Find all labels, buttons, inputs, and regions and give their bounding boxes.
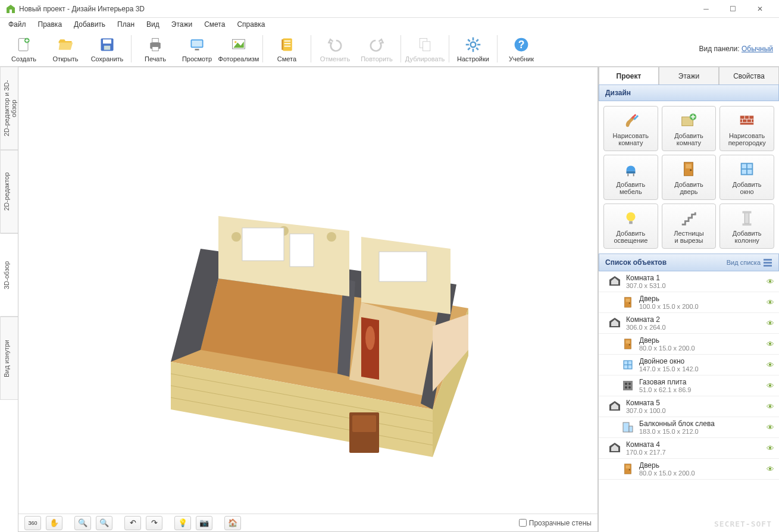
open-button[interactable]: Открыть xyxy=(48,35,83,62)
photo-icon xyxy=(230,35,247,54)
stairs-button[interactable]: Лестницыи вырезы xyxy=(662,204,717,249)
add-room-button[interactable]: Добавитькомнату xyxy=(662,106,717,151)
svg-point-103 xyxy=(628,386,631,389)
print-button[interactable]: Печать xyxy=(137,35,173,62)
menu-plan[interactable]: План xyxy=(112,19,139,30)
list-view-mode-link[interactable]: Вид списка xyxy=(727,259,761,266)
svg-rect-51 xyxy=(379,252,427,281)
menu-floors[interactable]: Этажи xyxy=(167,19,197,30)
visibility-eye-icon[interactable]: 👁 xyxy=(767,423,774,432)
menu-add[interactable]: Добавить xyxy=(69,19,110,30)
svg-point-101 xyxy=(628,383,631,385)
menu-view[interactable]: Вид xyxy=(142,19,164,30)
create-button[interactable]: Создать xyxy=(6,35,42,62)
svg-rect-99 xyxy=(623,381,633,390)
column-icon xyxy=(738,208,756,227)
visibility-eye-icon[interactable]: 👁 xyxy=(767,340,774,349)
object-row[interactable]: Дверь80.0 x 15.0 x 200.0👁 xyxy=(599,334,779,355)
side-tab-2d-3d[interactable]: 2D-редактор и 3D-обзор xyxy=(0,67,18,150)
render-3d-area[interactable] xyxy=(18,67,597,514)
undo-icon xyxy=(327,35,343,54)
minimize-button[interactable]: ─ xyxy=(693,0,719,18)
draw-partition-button[interactable]: Нарисоватьперегородку xyxy=(719,106,774,151)
vtool-home[interactable]: 🏠 xyxy=(224,516,241,530)
svg-text:?: ? xyxy=(518,39,525,51)
draw-partition-label: Нарисоватьперегородку xyxy=(728,132,766,146)
object-row[interactable]: Дверь80.0 x 15.0 x 200.0👁 xyxy=(599,459,779,480)
svg-line-29 xyxy=(476,39,478,42)
menu-file[interactable]: Файл xyxy=(4,19,31,30)
panel-tab-properties[interactable]: Свойства xyxy=(719,67,779,85)
vtool-camera[interactable]: 📷 xyxy=(196,516,212,530)
object-row[interactable]: Двойное окно147.0 x 15.0 x 142.0👁 xyxy=(599,355,779,375)
svg-point-74 xyxy=(690,169,692,171)
vtool-zoom-in[interactable]: 🔍 xyxy=(74,516,91,530)
transparent-walls-checkbox[interactable]: Прозрачные стены xyxy=(519,519,592,527)
vtool-pan[interactable]: ✋ xyxy=(46,516,62,530)
object-row[interactable]: Балконный блок слева183.0 x 15.0 x 212.0… xyxy=(599,417,779,438)
stairs-icon xyxy=(680,208,697,227)
draw-room-button[interactable]: Нарисоватькомнату xyxy=(603,106,658,151)
photorealism-button[interactable]: Фотореализм xyxy=(221,35,256,62)
add-door-button[interactable]: Добавитьдверь xyxy=(662,155,717,200)
object-dimensions: 183.0 x 15.0 x 212.0 xyxy=(639,428,715,435)
svg-rect-83 xyxy=(764,259,772,261)
add-light-label: Добавитьосвещение xyxy=(614,230,647,244)
vtool-360[interactable]: 360 xyxy=(24,516,41,530)
menu-help[interactable]: Справка xyxy=(232,19,270,30)
visibility-eye-icon[interactable]: 👁 xyxy=(767,444,774,453)
svg-rect-106 xyxy=(623,423,629,432)
add-window-button[interactable]: Добавитьокно xyxy=(719,155,774,200)
vtool-zoom-out[interactable]: 🔍 xyxy=(96,516,112,530)
add-column-button[interactable]: Добавитьколонну xyxy=(719,204,774,249)
svg-point-100 xyxy=(625,383,627,385)
bulb-icon xyxy=(622,208,640,227)
stairs-label: Лестницыи вырезы xyxy=(674,230,703,244)
object-row[interactable]: Комната 1307.0 x 531.0👁 xyxy=(599,271,779,292)
menu-estimate[interactable]: Смета xyxy=(199,19,230,30)
maximize-button[interactable]: ☐ xyxy=(719,0,746,18)
side-tab-inside[interactable]: Вид изнутри xyxy=(0,317,18,400)
preview-label: Просмотр xyxy=(182,55,212,62)
transparent-walls-input[interactable] xyxy=(519,519,527,527)
svg-rect-14 xyxy=(283,38,292,51)
visibility-eye-icon[interactable]: 👁 xyxy=(767,402,774,411)
object-row[interactable]: Комната 5307.0 x 100.0👁 xyxy=(599,396,779,417)
folder-open-icon xyxy=(57,35,74,54)
vtool-light[interactable]: 💡 xyxy=(174,516,191,530)
object-row[interactable]: Дверь100.0 x 15.0 x 200.0👁 xyxy=(599,292,779,313)
visibility-eye-icon[interactable]: 👁 xyxy=(767,298,774,307)
svg-rect-4 xyxy=(104,45,111,49)
svg-point-47 xyxy=(327,232,336,242)
panel-tab-project[interactable]: Проект xyxy=(599,67,659,85)
tutorial-button[interactable]: ?Учебник xyxy=(503,35,539,62)
object-name: Дверь xyxy=(639,295,699,303)
save-button[interactable]: Сохранить xyxy=(89,35,125,62)
object-row[interactable]: Газовая плита51.0 x 62.1 x 86.9👁 xyxy=(599,375,779,396)
gear-icon xyxy=(465,35,481,54)
panel-tab-floors[interactable]: Этажи xyxy=(659,67,719,85)
save-icon xyxy=(99,35,115,54)
visibility-eye-icon[interactable]: 👁 xyxy=(767,319,774,328)
visibility-eye-icon[interactable]: 👁 xyxy=(767,465,774,474)
panel-view-link[interactable]: Обычный xyxy=(742,45,773,53)
add-light-button[interactable]: Добавитьосвещение xyxy=(603,204,658,249)
visibility-eye-icon[interactable]: 👁 xyxy=(767,361,774,370)
object-row[interactable]: Комната 4170.0 x 217.7👁 xyxy=(599,438,779,459)
toolbar-separator xyxy=(497,35,498,62)
estimate-button[interactable]: Смета xyxy=(269,35,305,62)
toolbar-separator xyxy=(131,35,132,62)
close-button[interactable]: ✕ xyxy=(746,0,773,18)
visibility-eye-icon[interactable]: 👁 xyxy=(767,277,774,286)
object-row[interactable]: Комната 2306.0 x 264.0👁 xyxy=(599,313,779,334)
visibility-eye-icon[interactable]: 👁 xyxy=(767,381,774,390)
vtool-rotate-right[interactable]: ↷ xyxy=(146,516,162,530)
menu-edit[interactable]: Правка xyxy=(33,19,67,30)
add-furniture-button[interactable]: Добавитьмебель xyxy=(603,155,658,200)
settings-button[interactable]: Настройки xyxy=(455,35,491,62)
preview-button[interactable]: Просмотр xyxy=(179,35,215,62)
list-view-icon[interactable] xyxy=(763,258,772,267)
side-tab-2d[interactable]: 2D-редактор xyxy=(0,150,18,233)
side-tab-3d[interactable]: 3D-обзор xyxy=(0,233,18,317)
vtool-rotate-left[interactable]: ↶ xyxy=(124,516,141,530)
